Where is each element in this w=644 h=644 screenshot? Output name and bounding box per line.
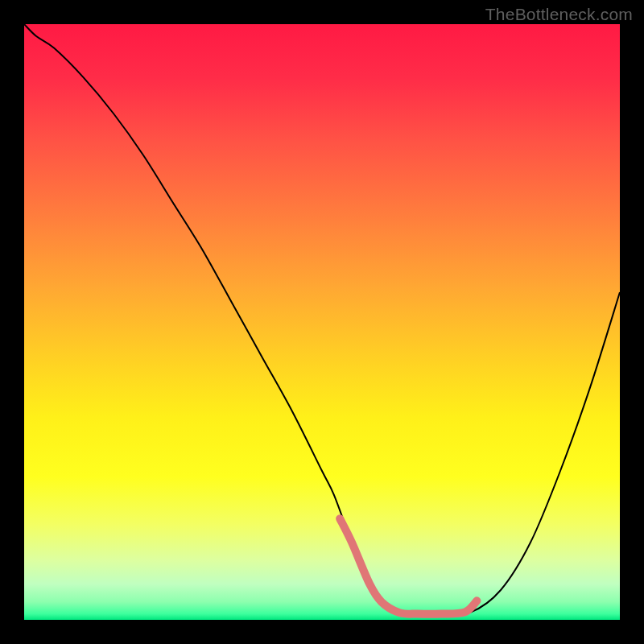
bottleneck-chart bbox=[24, 24, 620, 620]
chart-svg bbox=[24, 24, 620, 620]
attribution-label: TheBottleneck.com bbox=[485, 5, 633, 24]
